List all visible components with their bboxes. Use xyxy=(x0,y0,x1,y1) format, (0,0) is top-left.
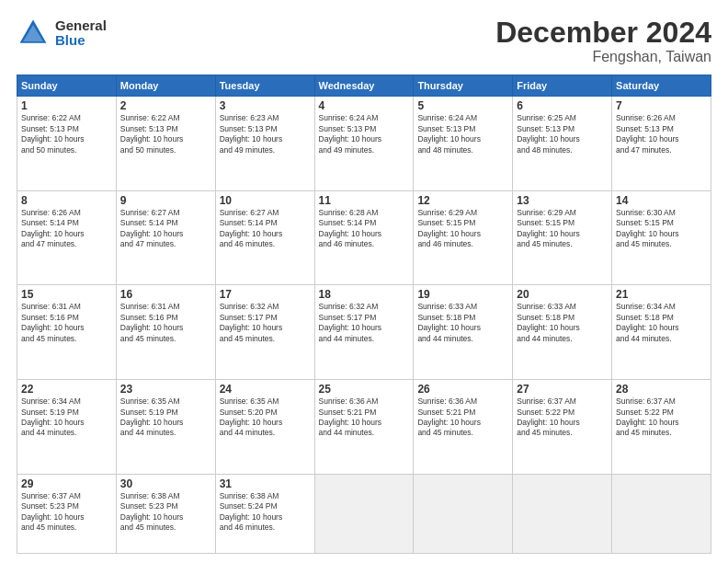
day-number: 21 xyxy=(616,288,707,301)
calendar-week-5: 29Sunrise: 6:37 AM Sunset: 5:23 PM Dayli… xyxy=(17,474,711,553)
calendar-cell: 15Sunrise: 6:31 AM Sunset: 5:16 PM Dayli… xyxy=(17,285,117,380)
cell-info: Sunrise: 6:24 AM Sunset: 5:13 PM Dayligh… xyxy=(319,113,410,155)
header-row: SundayMondayTuesdayWednesdayThursdayFrid… xyxy=(17,75,711,97)
day-number: 7 xyxy=(616,99,707,112)
cell-info: Sunrise: 6:23 AM Sunset: 5:13 PM Dayligh… xyxy=(220,113,311,155)
calendar-cell: 24Sunrise: 6:35 AM Sunset: 5:20 PM Dayli… xyxy=(215,380,314,475)
day-number: 14 xyxy=(616,194,707,207)
calendar-cell: 5Sunrise: 6:24 AM Sunset: 5:13 PM Daylig… xyxy=(414,97,513,191)
calendar-week-2: 8Sunrise: 6:26 AM Sunset: 5:14 PM Daylig… xyxy=(17,190,711,285)
cell-info: Sunrise: 6:26 AM Sunset: 5:13 PM Dayligh… xyxy=(616,113,707,155)
title-block: December 2024 Fengshan, Taiwan xyxy=(495,17,711,65)
calendar-cell xyxy=(314,474,414,553)
cell-info: Sunrise: 6:33 AM Sunset: 5:18 PM Dayligh… xyxy=(417,302,508,344)
calendar-cell: 13Sunrise: 6:29 AM Sunset: 5:15 PM Dayli… xyxy=(513,190,612,285)
cell-info: Sunrise: 6:31 AM Sunset: 5:16 PM Dayligh… xyxy=(21,302,112,344)
day-number: 28 xyxy=(616,383,707,396)
cell-info: Sunrise: 6:32 AM Sunset: 5:17 PM Dayligh… xyxy=(319,302,410,344)
calendar-cell: 22Sunrise: 6:34 AM Sunset: 5:19 PM Dayli… xyxy=(17,380,117,475)
col-header-monday: Monday xyxy=(116,75,215,97)
calendar-location: Fengshan, Taiwan xyxy=(495,49,711,65)
day-number: 11 xyxy=(319,194,410,207)
day-number: 16 xyxy=(120,288,211,301)
calendar-cell: 10Sunrise: 6:27 AM Sunset: 5:14 PM Dayli… xyxy=(215,190,314,285)
calendar-cell: 26Sunrise: 6:36 AM Sunset: 5:21 PM Dayli… xyxy=(414,380,513,475)
calendar-header: SundayMondayTuesdayWednesdayThursdayFrid… xyxy=(17,75,711,97)
cell-info: Sunrise: 6:29 AM Sunset: 5:15 PM Dayligh… xyxy=(417,208,508,250)
calendar-table: SundayMondayTuesdayWednesdayThursdayFrid… xyxy=(17,75,711,554)
day-number: 29 xyxy=(21,477,112,490)
day-number: 22 xyxy=(21,383,112,396)
cell-info: Sunrise: 6:37 AM Sunset: 5:22 PM Dayligh… xyxy=(517,396,608,439)
calendar-title: December 2024 xyxy=(495,17,711,49)
cell-info: Sunrise: 6:29 AM Sunset: 5:15 PM Dayligh… xyxy=(517,208,608,250)
calendar-cell: 4Sunrise: 6:24 AM Sunset: 5:13 PM Daylig… xyxy=(314,97,414,191)
cell-info: Sunrise: 6:35 AM Sunset: 5:20 PM Dayligh… xyxy=(220,396,311,439)
calendar-cell xyxy=(513,474,612,553)
calendar-cell: 7Sunrise: 6:26 AM Sunset: 5:13 PM Daylig… xyxy=(612,97,711,191)
cell-info: Sunrise: 6:32 AM Sunset: 5:17 PM Dayligh… xyxy=(220,302,311,344)
calendar-cell: 14Sunrise: 6:30 AM Sunset: 5:15 PM Dayli… xyxy=(612,190,711,285)
calendar-cell: 17Sunrise: 6:32 AM Sunset: 5:17 PM Dayli… xyxy=(215,285,314,380)
col-header-friday: Friday xyxy=(513,75,612,97)
logo-text: General Blue xyxy=(55,18,107,49)
cell-info: Sunrise: 6:34 AM Sunset: 5:19 PM Dayligh… xyxy=(21,396,112,439)
calendar-cell: 19Sunrise: 6:33 AM Sunset: 5:18 PM Dayli… xyxy=(414,285,513,380)
logo-general-text: General xyxy=(55,18,107,34)
day-number: 6 xyxy=(517,99,608,112)
cell-info: Sunrise: 6:22 AM Sunset: 5:13 PM Dayligh… xyxy=(120,113,211,155)
calendar-cell: 11Sunrise: 6:28 AM Sunset: 5:14 PM Dayli… xyxy=(314,190,414,285)
cell-info: Sunrise: 6:37 AM Sunset: 5:22 PM Dayligh… xyxy=(616,396,707,439)
cell-info: Sunrise: 6:35 AM Sunset: 5:19 PM Dayligh… xyxy=(120,396,211,439)
day-number: 20 xyxy=(517,288,608,301)
page: General Blue December 2024 Fengshan, Tai… xyxy=(0,0,728,563)
calendar-cell: 27Sunrise: 6:37 AM Sunset: 5:22 PM Dayli… xyxy=(513,380,612,475)
calendar-cell: 28Sunrise: 6:37 AM Sunset: 5:22 PM Dayli… xyxy=(612,380,711,475)
calendar-cell: 3Sunrise: 6:23 AM Sunset: 5:13 PM Daylig… xyxy=(215,97,314,191)
day-number: 15 xyxy=(21,288,112,301)
calendar-week-4: 22Sunrise: 6:34 AM Sunset: 5:19 PM Dayli… xyxy=(17,380,711,475)
day-number: 13 xyxy=(517,194,608,207)
day-number: 2 xyxy=(120,99,211,112)
calendar-cell: 30Sunrise: 6:38 AM Sunset: 5:23 PM Dayli… xyxy=(116,474,215,553)
calendar-cell: 8Sunrise: 6:26 AM Sunset: 5:14 PM Daylig… xyxy=(17,190,117,285)
day-number: 5 xyxy=(417,99,508,112)
logo-icon xyxy=(17,17,50,50)
day-number: 12 xyxy=(417,194,508,207)
day-number: 10 xyxy=(220,194,311,207)
day-number: 26 xyxy=(417,383,508,396)
cell-info: Sunrise: 6:26 AM Sunset: 5:14 PM Dayligh… xyxy=(21,208,112,250)
day-number: 17 xyxy=(220,288,311,301)
cell-info: Sunrise: 6:27 AM Sunset: 5:14 PM Dayligh… xyxy=(120,208,211,250)
col-header-saturday: Saturday xyxy=(612,75,711,97)
day-number: 3 xyxy=(220,99,311,112)
calendar-cell xyxy=(612,474,711,553)
calendar-week-1: 1Sunrise: 6:22 AM Sunset: 5:13 PM Daylig… xyxy=(17,97,711,191)
day-number: 4 xyxy=(319,99,410,112)
day-number: 19 xyxy=(417,288,508,301)
col-header-sunday: Sunday xyxy=(17,75,117,97)
calendar-cell: 2Sunrise: 6:22 AM Sunset: 5:13 PM Daylig… xyxy=(116,97,215,191)
day-number: 30 xyxy=(120,477,211,490)
cell-info: Sunrise: 6:34 AM Sunset: 5:18 PM Dayligh… xyxy=(616,302,707,344)
calendar-week-3: 15Sunrise: 6:31 AM Sunset: 5:16 PM Dayli… xyxy=(17,285,711,380)
day-number: 1 xyxy=(21,99,112,112)
day-number: 31 xyxy=(220,477,311,490)
calendar-cell: 25Sunrise: 6:36 AM Sunset: 5:21 PM Dayli… xyxy=(314,380,414,475)
calendar-cell: 21Sunrise: 6:34 AM Sunset: 5:18 PM Dayli… xyxy=(612,285,711,380)
calendar-cell: 12Sunrise: 6:29 AM Sunset: 5:15 PM Dayli… xyxy=(414,190,513,285)
day-number: 9 xyxy=(120,194,211,207)
cell-info: Sunrise: 6:36 AM Sunset: 5:21 PM Dayligh… xyxy=(319,396,410,439)
day-number: 8 xyxy=(21,194,112,207)
calendar-cell: 23Sunrise: 6:35 AM Sunset: 5:19 PM Dayli… xyxy=(116,380,215,475)
logo: General Blue xyxy=(17,17,107,50)
cell-info: Sunrise: 6:30 AM Sunset: 5:15 PM Dayligh… xyxy=(616,208,707,250)
cell-info: Sunrise: 6:31 AM Sunset: 5:16 PM Dayligh… xyxy=(120,302,211,344)
cell-info: Sunrise: 6:24 AM Sunset: 5:13 PM Dayligh… xyxy=(417,113,508,155)
day-number: 27 xyxy=(517,383,608,396)
day-number: 18 xyxy=(319,288,410,301)
calendar-cell: 1Sunrise: 6:22 AM Sunset: 5:13 PM Daylig… xyxy=(17,97,117,191)
cell-info: Sunrise: 6:36 AM Sunset: 5:21 PM Dayligh… xyxy=(417,396,508,439)
day-number: 23 xyxy=(120,383,211,396)
cell-info: Sunrise: 6:27 AM Sunset: 5:14 PM Dayligh… xyxy=(220,208,311,250)
